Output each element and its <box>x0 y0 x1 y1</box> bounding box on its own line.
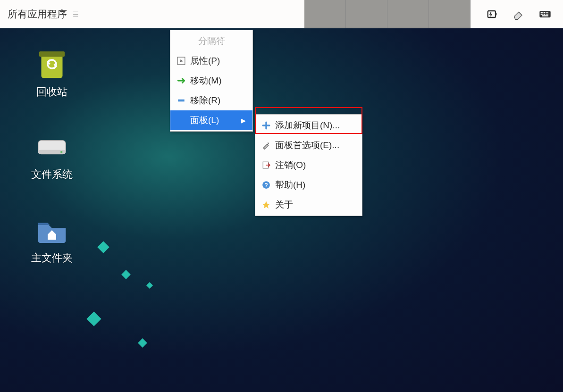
wallpaper-particle <box>86 311 101 326</box>
panel-right <box>304 0 563 28</box>
help-icon: ? <box>262 181 270 189</box>
menu-icon[interactable]: ☰ <box>73 10 79 18</box>
svg-rect-10 <box>541 13 542 14</box>
svg-rect-22 <box>178 100 185 102</box>
menu-item-remove[interactable]: 移除(R) <box>170 91 252 110</box>
taskbar-button-2[interactable] <box>346 0 387 28</box>
menu-item-label: 关于 <box>275 199 293 211</box>
home-folder-icon <box>35 213 69 247</box>
menu-item-panel[interactable]: 面板(L) ▶ <box>170 110 252 130</box>
menu-item-label: 移动(M) <box>190 75 221 87</box>
svg-rect-13 <box>546 13 546 14</box>
menu-item-logout[interactable]: 注销(O) <box>255 155 362 175</box>
svg-rect-3 <box>496 13 496 15</box>
context-menu-submenu: 添加新项目(N)... 面板首选项(E)... 注销(O) ? 帮助(H) 关于 <box>255 114 362 216</box>
desktop-icon-filesystem[interactable]: 文件系统 <box>19 130 85 182</box>
desktop-icon-label: 文件系统 <box>31 167 73 182</box>
svg-rect-17 <box>39 51 65 57</box>
menu-item-label: 分隔符 <box>198 35 225 47</box>
all-apps-label[interactable]: 所有应用程序 <box>8 8 67 21</box>
menu-item-move[interactable]: 移动(M) <box>170 71 252 91</box>
blank-icon <box>177 116 185 125</box>
logout-icon <box>262 161 270 169</box>
menu-item-label: 注销(O) <box>275 159 306 171</box>
menu-separator-label: 分隔符 <box>170 31 252 51</box>
eraser-icon[interactable] <box>512 8 525 21</box>
menu-item-label: 面板(L) <box>190 114 219 126</box>
wallpaper-particle <box>97 241 109 253</box>
taskbar-button-4[interactable] <box>429 0 471 28</box>
remove-icon <box>177 96 185 105</box>
menu-item-properties[interactable]: 属性(P) <box>170 51 252 71</box>
menu-item-label: 移除(R) <box>190 94 220 107</box>
battery-icon[interactable] <box>486 8 499 21</box>
svg-rect-7 <box>544 12 545 13</box>
menu-item-about[interactable]: 关于 <box>255 195 362 215</box>
svg-text:?: ? <box>264 182 268 189</box>
wallpaper-particle <box>121 270 131 279</box>
taskbar-button-3[interactable] <box>387 0 429 28</box>
task-buttons <box>304 0 471 28</box>
panel-left: 所有应用程序 ☰ <box>0 8 79 21</box>
tools-icon <box>262 141 270 150</box>
star-icon <box>262 200 270 209</box>
svg-rect-11 <box>542 13 543 14</box>
menu-item-label: 属性(P) <box>190 55 220 67</box>
top-panel: 所有应用程序 ☰ <box>0 0 563 28</box>
drive-icon <box>35 130 69 164</box>
recycle-bin-icon <box>35 47 69 81</box>
plus-icon <box>262 121 270 130</box>
svg-rect-5 <box>541 12 542 13</box>
move-icon <box>177 76 185 85</box>
svg-point-20 <box>60 151 63 153</box>
desktop-icon-label: 回收站 <box>36 85 67 99</box>
desktop-icon-home[interactable]: 主文件夹 <box>19 213 85 265</box>
context-menu-primary: 分隔符 属性(P) 移动(M) 移除(R) 面板(L) ▶ <box>170 30 253 132</box>
properties-icon <box>177 57 185 65</box>
wallpaper-particle <box>138 338 147 348</box>
svg-rect-16 <box>42 55 63 78</box>
menu-item-label: 面板首选项(E)... <box>275 139 339 151</box>
system-tray <box>471 8 563 21</box>
svg-rect-9 <box>547 12 548 13</box>
menu-item-help[interactable]: ? 帮助(H) <box>255 175 362 195</box>
menu-item-panel-prefs[interactable]: 面板首选项(E)... <box>255 135 362 155</box>
keyboard-icon[interactable] <box>538 8 552 21</box>
menu-item-label: 添加新项目(N)... <box>275 119 340 132</box>
menu-item-label: 帮助(H) <box>275 179 305 191</box>
svg-rect-14 <box>547 13 548 14</box>
menu-item-add-new[interactable]: 添加新项目(N)... <box>255 116 362 135</box>
submenu-arrow-icon: ▶ <box>241 117 246 124</box>
svg-rect-15 <box>542 15 548 16</box>
svg-rect-12 <box>544 13 545 14</box>
desktop-icon-label: 主文件夹 <box>31 251 73 265</box>
taskbar-button-1[interactable] <box>304 0 346 28</box>
svg-rect-6 <box>542 12 543 13</box>
svg-rect-8 <box>546 12 546 13</box>
desktop-icon-recycle[interactable]: 回收站 <box>19 47 85 99</box>
wallpaper-particle <box>146 282 153 289</box>
